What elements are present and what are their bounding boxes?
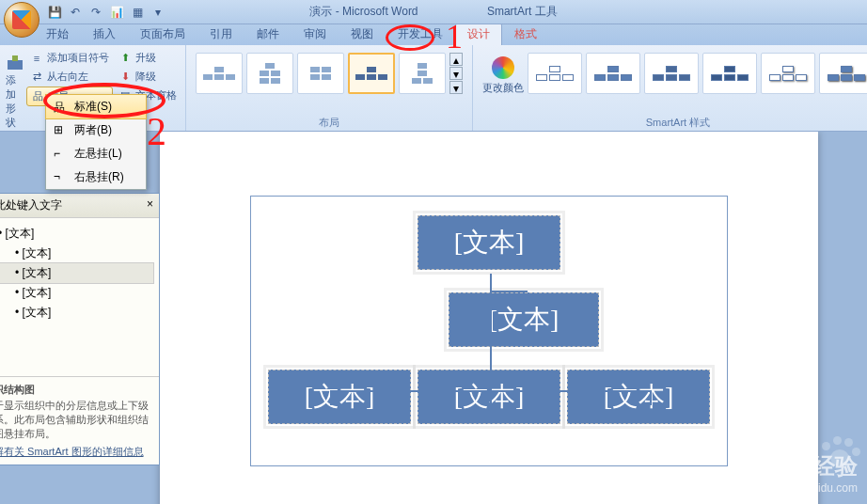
group-label-styles: SmartArt 样式 (473, 116, 867, 130)
style-option-5[interactable] (761, 53, 815, 94)
style-option-2[interactable] (586, 53, 640, 94)
dropdown-both[interactable]: ⊞两者(B) (46, 118, 146, 142)
layout-option-3[interactable] (297, 53, 344, 94)
connector-line (330, 390, 332, 405)
text-pane-item-4[interactable]: • [文本] (0, 283, 153, 303)
demote-icon: ⬇ (118, 71, 132, 84)
connector-line (490, 291, 528, 292)
add-bullet-button[interactable]: ≡添加项目符号 (26, 49, 113, 67)
gallery-up-icon[interactable]: ▴ (449, 53, 463, 66)
layout-option-4[interactable] (348, 53, 395, 94)
text-pane-item-1[interactable]: • [文本] (0, 224, 153, 244)
smartart-node-assistant[interactable]: [文本] (449, 292, 599, 347)
qat-chart-icon[interactable]: 📊 (107, 3, 126, 22)
dropdown-standard[interactable]: 品标准(S) (45, 94, 147, 119)
ribbon-tabs: 开始 插入 页面布局 引用 邮件 审阅 视图 开发工具 设计 格式 (0, 24, 867, 45)
svg-rect-1 (12, 55, 18, 61)
office-button[interactable] (4, 2, 39, 38)
connector-line (650, 390, 652, 405)
promote-icon: ⬆ (118, 52, 132, 65)
text-pane-close-icon[interactable]: × (147, 197, 153, 213)
text-pane-title: 在此处键入文字 (0, 197, 62, 213)
add-shape-icon (6, 55, 24, 73)
bullet-icon: ≡ (30, 52, 43, 65)
tab-developer[interactable]: 开发工具 (386, 23, 455, 45)
dropdown-left-hang[interactable]: ⌐左悬挂(L) (46, 142, 146, 165)
tab-format[interactable]: 格式 (502, 23, 549, 45)
hierarchy-icon: 品 (31, 90, 44, 103)
both-icon: ⊞ (54, 123, 69, 138)
qat-undo-icon[interactable]: ↶ (66, 3, 85, 22)
connector-line (490, 291, 492, 390)
smartart-node-root[interactable]: [文本] (418, 215, 560, 270)
text-pane-body[interactable]: • [文本] • [文本] • [文本] • [文本] • [文本] (0, 218, 159, 376)
style-option-1[interactable] (528, 53, 582, 94)
qat-save-icon[interactable]: 💾 (45, 3, 64, 22)
text-pane-footer-title: 组织结构图 (0, 383, 153, 397)
smartart-canvas: [文本] [文本] [文本] [文本] [文本] (251, 197, 727, 465)
title-bar: 💾 ↶ ↷ 📊 ▦ ▾ 演示 - Microsoft Word SmartArt… (0, 0, 867, 24)
text-pane-footer-desc: 用于显示组织中的分层信息或上下级关系。此布局包含辅助形状和组织结构图悬挂布局。 (0, 399, 153, 441)
smartart-node-child-2[interactable]: [文本] (418, 370, 560, 424)
smartart-node-child-3[interactable]: [文本] (567, 370, 710, 424)
text-pane-item-3[interactable]: • [文本] (0, 262, 154, 284)
office-logo-icon (12, 10, 31, 29)
tab-review[interactable]: 审阅 (292, 23, 339, 45)
layout-option-2[interactable] (246, 53, 293, 94)
promote-button[interactable]: ⬆升级 (115, 49, 181, 67)
style-option-6[interactable] (819, 53, 867, 94)
watermark: Baidu 经验 jingyan.baidu.com (744, 451, 858, 495)
layouts-gallery: ▴ ▾ ▾ (192, 49, 466, 98)
style-option-4[interactable] (702, 53, 757, 94)
page[interactable]: 在此处键入文字 × • [文本] • [文本] • [文本] • [文本] • … (160, 132, 818, 504)
quick-access-toolbar: 💾 ↶ ↷ 📊 ▦ ▾ (45, 3, 167, 22)
layout-dropdown-menu: 品标准(S) ⊞两者(B) ⌐左悬挂(L) ¬右悬挂(R) (45, 94, 147, 190)
tab-mail[interactable]: 邮件 (244, 23, 292, 45)
tab-start[interactable]: 开始 (34, 23, 81, 45)
qat-table-icon[interactable]: ▦ (128, 3, 147, 22)
color-wheel-icon (492, 56, 514, 79)
text-pane-item-2[interactable]: • [文本] (0, 244, 153, 263)
change-colors-button[interactable]: 更改颜色 (482, 53, 524, 95)
right-hang-icon: ¬ (54, 170, 69, 185)
text-pane-item-5[interactable]: • [文本] (0, 303, 153, 323)
group-styles: 更改颜色 SmartArt 样式 (473, 45, 867, 131)
smartart-text-pane: 在此处键入文字 × • [文本] • [文本] • [文本] • [文本] • … (0, 193, 160, 465)
svg-rect-0 (8, 60, 23, 70)
group-layouts: ▴ ▾ ▾ 布局 (186, 45, 473, 131)
standard-icon: 品 (54, 100, 69, 115)
dropdown-right-hang[interactable]: ¬右悬挂(R) (46, 165, 146, 189)
tab-page-layout[interactable]: 页面布局 (128, 23, 197, 45)
window-title: 演示 - Microsoft Word SmartArt 工具 (151, 4, 716, 20)
connector-line (490, 390, 492, 405)
tab-design[interactable]: 设计 (455, 23, 502, 45)
layout-option-5[interactable] (399, 53, 446, 94)
layout-option-1[interactable] (196, 53, 243, 94)
gallery-more-icon[interactable]: ▾ (449, 81, 463, 94)
tab-view[interactable]: 视图 (339, 23, 386, 45)
style-option-3[interactable] (644, 53, 699, 94)
text-pane-footer: 组织结构图 用于显示组织中的分层信息或上下级关系。此布局包含辅助形状和组织结构图… (0, 376, 159, 465)
connector-line (490, 274, 492, 292)
qat-redo-icon[interactable]: ↷ (87, 3, 105, 22)
tab-references[interactable]: 引用 (197, 23, 244, 45)
demote-button[interactable]: ⬇降级 (115, 68, 181, 86)
smartart-node-child-1[interactable]: [文本] (268, 370, 411, 424)
left-hang-icon: ⌐ (54, 147, 69, 162)
text-pane-header: 在此处键入文字 × (0, 194, 159, 218)
watermark-url: jingyan.baidu.com (744, 481, 858, 495)
smartart-container[interactable]: [文本] [文本] [文本] [文本] [文本] (250, 196, 728, 466)
text-pane-footer-link[interactable]: 了解有关 SmartArt 图形的详细信息 (0, 445, 153, 459)
gallery-down-icon[interactable]: ▾ (449, 67, 463, 80)
tab-insert[interactable]: 插入 (81, 23, 128, 45)
rtl-button[interactable]: ⇄从右向左 (26, 68, 113, 86)
watermark-brand: Baidu 经验 (744, 451, 858, 481)
group-label-layouts: 布局 (186, 116, 472, 130)
rtl-icon: ⇄ (30, 71, 43, 84)
